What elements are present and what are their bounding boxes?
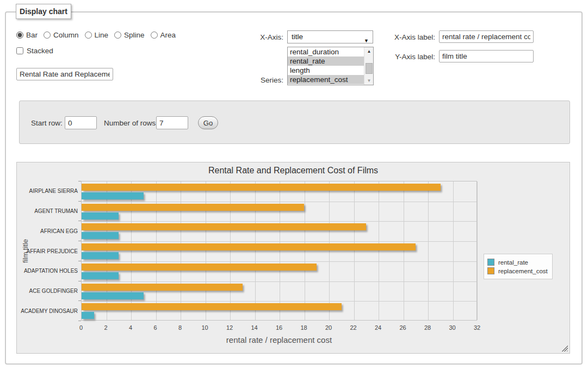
go-button[interactable]: Go	[198, 116, 218, 129]
chart-type-radio-spline[interactable]	[114, 32, 121, 39]
x-tick-label: 26	[392, 324, 414, 331]
stacked-label: Stacked	[27, 47, 53, 55]
chart-type-option-area[interactable]: Area	[151, 31, 176, 39]
chart-type-radio-column[interactable]	[44, 32, 51, 39]
gridline-vertical	[329, 181, 330, 320]
chart-plot-area	[81, 181, 477, 321]
stacked-checkbox[interactable]	[16, 47, 23, 54]
bar-replacement_cost-affair-prejudice	[82, 243, 416, 250]
y-axis-tick	[78, 261, 81, 261]
chart-title-input[interactable]	[16, 68, 113, 80]
series-option-rental_rate[interactable]: rental_rate	[288, 57, 364, 66]
listbox-scrollbar[interactable]: ▲ ▼	[364, 47, 373, 85]
series-option-rental_duration[interactable]: rental_duration	[288, 47, 364, 57]
chart-type-radio-area[interactable]	[151, 32, 158, 39]
chart-type-radio-line[interactable]	[85, 32, 92, 39]
chart-legend: rental_ratereplacement_cost	[484, 254, 553, 279]
gridline-vertical	[280, 181, 280, 320]
y-axis-tick	[78, 221, 81, 221]
x-tick-label: 8	[169, 324, 191, 331]
chevron-down-icon: ▼	[364, 35, 369, 47]
gridline-vertical	[404, 181, 404, 320]
bar-replacement_cost-agent-truman	[82, 204, 304, 211]
scrollbar-thumb[interactable]	[366, 63, 373, 74]
y-axis-tick	[78, 181, 81, 181]
x-tick-label: 14	[244, 324, 265, 331]
gridline-horizontal	[82, 202, 476, 202]
gridline-vertical	[181, 181, 181, 320]
legend-swatch	[487, 259, 494, 266]
bar-replacement_cost-airplane-sierra	[82, 184, 441, 191]
category-label: AIRPLANE SIERRA	[18, 188, 78, 194]
bar-rental_rate-african-egg	[82, 232, 119, 239]
category-label: AGENT TRUMAN	[18, 208, 78, 214]
legend-label: replacement_cost	[498, 268, 548, 274]
x-axis-select-value: title	[292, 33, 303, 41]
chart-title: Rental Rate and Replacement Cost of Film…	[17, 166, 570, 175]
series-option-replacement_cost[interactable]: replacement_cost	[288, 75, 364, 84]
chart-type-radio-label: Spline	[124, 31, 145, 39]
x-tick-label: 4	[120, 324, 141, 331]
y-axis-label-label: Y-Axis label:	[386, 53, 435, 61]
gridline-horizontal	[82, 301, 476, 302]
chart-type-radio-bar[interactable]	[16, 32, 23, 39]
x-tick-label: 28	[417, 324, 438, 331]
legend-entry-replacement_cost: replacement_cost	[487, 267, 548, 274]
category-label: AFRICAN EGG	[18, 228, 78, 234]
x-tick-label: 12	[219, 324, 240, 331]
chart-type-option-bar[interactable]: Bar	[16, 31, 38, 39]
x-tick-label: 20	[318, 324, 339, 331]
category-label: ACE GOLDFINGER	[18, 288, 78, 294]
x-tick-label: 30	[442, 324, 463, 331]
series-listbox[interactable]: rental_durationrental_ratelengthreplacem…	[287, 47, 374, 85]
series-options: rental_durationrental_ratelengthreplacem…	[288, 47, 373, 84]
gridline-vertical	[255, 181, 256, 320]
gridline-vertical	[206, 181, 206, 320]
gridline-vertical	[354, 181, 355, 320]
gridline-horizontal	[82, 261, 476, 262]
bar-replacement_cost-ace-goldfinger	[82, 284, 243, 291]
legend-entry-rental_rate: rental_rate	[487, 259, 548, 266]
x-axis-select[interactable]: title ▼	[287, 30, 373, 43]
category-label: ADAPTATION HOLES	[18, 268, 78, 274]
legend-label: rental_rate	[498, 259, 528, 266]
x-tick-label: 6	[145, 324, 166, 331]
x-tick-label: 18	[293, 324, 315, 331]
x-axis-label-input[interactable]	[439, 30, 534, 43]
series-option-length[interactable]: length	[288, 66, 364, 75]
legend-swatch	[487, 267, 494, 274]
x-axis-select-label: X-Axis:	[249, 33, 283, 41]
chart-x-axis-title: rental rate / replacement cost	[81, 335, 477, 344]
chart-type-option-column[interactable]: Column	[44, 31, 79, 39]
panel-title: Display chart	[16, 4, 71, 19]
stacked-checkbox-row[interactable]: Stacked	[16, 47, 53, 55]
bar-rental_rate-agent-truman	[82, 212, 119, 220]
y-axis-label-input[interactable]	[439, 50, 534, 62]
scroll-up-icon[interactable]: ▲	[364, 47, 374, 55]
chart-type-option-spline[interactable]: Spline	[114, 31, 145, 39]
bar-rental_rate-affair-prejudice	[82, 252, 119, 259]
num-rows-input[interactable]	[156, 116, 188, 129]
category-label: AFFAIR PREJUDICE	[18, 248, 78, 254]
start-row-input[interactable]	[65, 116, 97, 129]
resize-handle-icon[interactable]	[561, 345, 568, 352]
series-list-label: Series:	[249, 76, 283, 84]
num-rows-label: Number of rows:	[104, 119, 158, 127]
gridline-vertical	[477, 181, 478, 320]
bar-replacement_cost-adaptation-holes	[82, 264, 317, 271]
chart-type-radio-group: BarColumnLineSplineArea	[16, 30, 182, 40]
bar-rental_rate-ace-goldfinger	[82, 292, 144, 299]
chart-type-radio-label: Line	[95, 31, 109, 39]
gridline-horizontal	[82, 241, 476, 242]
y-axis-tick	[78, 321, 81, 321]
x-tick-label: 22	[343, 324, 364, 331]
chart-type-radio-label: Column	[53, 31, 79, 39]
row-controls-panel: Start row: Number of rows: Go	[19, 101, 570, 144]
gridline-vertical	[305, 181, 305, 320]
app-root: Display chart BarColumnLineSplineArea St…	[0, 0, 588, 370]
chart-type-option-line[interactable]: Line	[85, 31, 109, 39]
gridline-horizontal	[82, 221, 476, 222]
scroll-down-icon[interactable]: ▼	[364, 77, 374, 85]
bar-rental_rate-academy-dinosaur	[82, 312, 94, 319]
x-tick-label: 16	[268, 324, 290, 331]
